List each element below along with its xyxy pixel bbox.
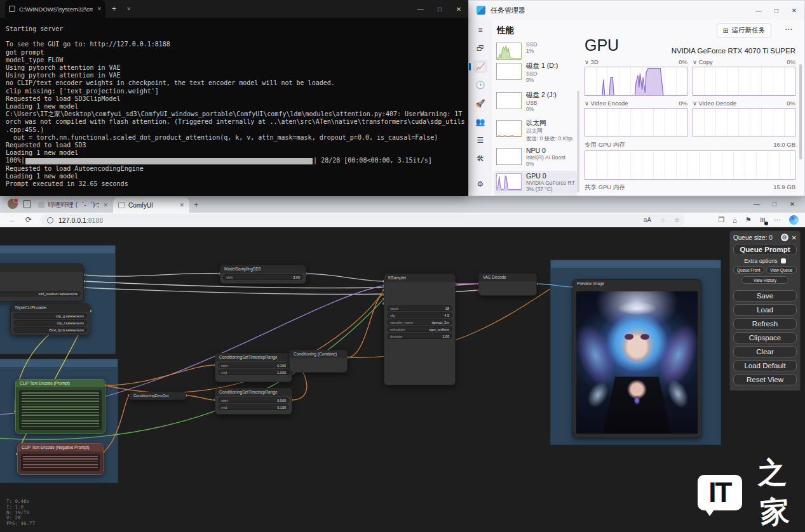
load-default-button[interactable]: Load Default xyxy=(733,360,797,371)
refresh-button[interactable]: Refresh xyxy=(733,318,797,329)
settings-gear-icon[interactable]: ⚙ xyxy=(473,178,487,190)
view-queue-button[interactable]: View Queue xyxy=(766,266,797,274)
clipspace-button[interactable]: Clipspace xyxy=(733,332,797,343)
menu-icon[interactable]: ≡ xyxy=(473,23,487,36)
split-screen-icon[interactable]: ❐ xyxy=(718,216,724,224)
tab-close-icon[interactable]: ✕ xyxy=(97,6,102,12)
widget-clip-name2[interactable]: clip_l.safetensors xyxy=(13,320,87,326)
load-button[interactable]: Load xyxy=(733,304,797,316)
users-icon[interactable]: 👥 xyxy=(473,116,487,128)
prompt-textarea[interactable] xyxy=(19,390,102,430)
view-history-button[interactable]: View History xyxy=(741,276,788,284)
widget-start[interactable]: start0.000 xyxy=(218,397,289,403)
console-output[interactable]: Starting server To see the GUI go to: ht… xyxy=(0,18,468,188)
browser-profile-avatar[interactable] xyxy=(8,199,18,209)
close-button[interactable]: ✕ xyxy=(783,196,801,213)
startup-apps-icon[interactable]: 🚀 xyxy=(473,97,487,110)
processes-icon[interactable]: 🗗 xyxy=(473,42,487,55)
workspaces-icon[interactable] xyxy=(23,200,31,208)
node-conditioning-zero-out[interactable]: ConditioningZeroOut xyxy=(129,392,186,400)
more-options-icon[interactable]: ⋯ xyxy=(785,25,793,34)
bookmark-star-icon[interactable]: ☆ xyxy=(674,216,680,223)
app-history-icon[interactable]: 🕒 xyxy=(473,79,487,91)
node-checkpoint-loader[interactable]: sd3_medium.safetensors xyxy=(0,263,84,302)
widget-ckpt-name[interactable]: sd3_medium.safetensors xyxy=(0,291,81,296)
collections-icon[interactable]: ⚑ xyxy=(745,216,752,224)
details-icon[interactable]: ☰ xyxy=(473,134,487,147)
translate-icon[interactable]: aA xyxy=(644,216,651,223)
services-icon[interactable]: 🛠 xyxy=(473,152,487,165)
widget-start[interactable]: start0.100 xyxy=(218,362,289,368)
chart-label[interactable]: ∨ Video Encode xyxy=(585,100,628,107)
taskmgr-titlebar[interactable]: 任务管理器 — □ ✕ xyxy=(469,1,804,20)
save-button[interactable]: Save xyxy=(733,290,797,302)
widget-sampler[interactable]: sampler_namedpmpp_2m xyxy=(387,319,452,325)
sidebar-item-disk2[interactable]: 磁盘 2 (J:) USB 0% xyxy=(494,90,577,117)
sidebar-item-ethernet[interactable]: 以太网 以太网 发送: 0 接收: 0 Kbp xyxy=(494,117,577,145)
taskmgr-scrollbar[interactable] xyxy=(799,64,802,159)
chart-label[interactable]: ∨ Video Decode xyxy=(693,100,736,107)
refresh-icon[interactable]: ⟳ xyxy=(25,215,32,224)
settings-gear-icon[interactable]: ⚙ xyxy=(781,234,788,241)
sidebar-item-npu0[interactable]: NPU 0 Intel(R) AI Boost 0% xyxy=(494,145,577,173)
menu-close-icon[interactable]: ✕ xyxy=(792,234,797,241)
node-triple-clip-loader[interactable]: TripleCLIPLoader clip_g.safetensors clip… xyxy=(10,303,90,335)
run-new-task-button[interactable]: ⊞ 运行新任务 xyxy=(717,23,771,37)
chart-label[interactable]: ∨ Copy xyxy=(693,58,713,65)
minimize-button[interactable]: — xyxy=(748,196,766,213)
tab-close-icon[interactable]: ✕ xyxy=(103,202,108,208)
widget-clip-name1[interactable]: clip_g.safetensors xyxy=(13,313,87,319)
widget-end[interactable]: end1.000 xyxy=(218,369,289,375)
node-preview-image[interactable]: Preview Image xyxy=(572,279,701,438)
minimize-button[interactable]: — xyxy=(750,1,768,20)
copilot-icon[interactable] xyxy=(789,215,799,225)
tab-bilibili[interactable]: 哔哩哔哩 (゜-゜)つロ 干杯~-bili ✕ xyxy=(33,197,113,213)
tab-comfyui[interactable]: ComfyUI ✕ xyxy=(113,197,189,213)
widget-steps[interactable]: steps28 xyxy=(387,305,452,311)
node-vae-decode[interactable]: VAE Decode xyxy=(478,273,537,296)
tab-close-icon[interactable]: ✕ xyxy=(179,202,184,208)
reset-view-button[interactable]: Reset View xyxy=(733,374,797,385)
maximize-button[interactable]: □ xyxy=(768,1,785,20)
node-clip-text-encode-negative[interactable]: CLIP Text Encode (Negative Prompt) xyxy=(17,443,104,475)
site-info-icon[interactable] xyxy=(47,217,53,223)
favorites-icon[interactable]: ⌂ xyxy=(733,216,737,224)
comfyui-canvas[interactable]: sd3_medium.safetensors TripleCLIPLoader … xyxy=(0,227,805,532)
node-ksampler[interactable]: KSampler steps28 cfg4.5 sampler_namedpmp… xyxy=(384,274,456,385)
widget-clip-name3[interactable]: t5xxl_fp16.safetensors xyxy=(13,327,87,333)
back-icon[interactable]: ← xyxy=(9,215,17,224)
queue-prompt-button[interactable]: Queue Prompt xyxy=(733,244,797,255)
close-button[interactable]: ✕ xyxy=(785,1,803,20)
cmd-tab[interactable]: C:\WINDOWS\system32\cmd... ✕ xyxy=(5,0,105,18)
more-menu-icon[interactable]: ⋯ xyxy=(774,216,781,224)
extra-options-checkbox[interactable] xyxy=(781,258,786,263)
negative-prompt-textarea[interactable] xyxy=(21,454,100,471)
widget-end[interactable]: end0.100 xyxy=(218,404,289,410)
extensions-icon[interactable]: ⊞ xyxy=(760,216,766,224)
new-tab-button[interactable]: + xyxy=(194,200,199,209)
minimize-button[interactable]: — xyxy=(411,0,430,18)
widget-scheduler[interactable]: schedulersgm_uniform xyxy=(387,326,452,332)
sidebar-item-disk0[interactable]: SSD 1% xyxy=(494,40,577,57)
address-bar[interactable]: 127.0.0.1:8188 aA ◌ ☆ xyxy=(41,214,685,226)
comfyui-menu-header[interactable]: Queue size: 0 ⚙ ✕ xyxy=(733,234,797,241)
node-model-sampling-sd3[interactable]: ModelSamplingSD3 shift3.00 xyxy=(220,265,306,284)
node-conditioning-set-timestep-range-1[interactable]: ConditioningSetTimestepRange start0.100 … xyxy=(215,353,292,382)
clear-button[interactable]: Clear xyxy=(733,346,797,357)
widget-shift[interactable]: shift3.00 xyxy=(223,274,303,280)
chart-label[interactable]: ∨ 3D xyxy=(585,58,599,65)
sidebar-item-disk1[interactable]: 磁盘 1 (D:) SSD 0% xyxy=(494,60,577,88)
new-tab-button[interactable]: + xyxy=(112,4,116,13)
sidebar-scrollbar[interactable] xyxy=(577,91,579,192)
queue-front-button[interactable]: Queue Front xyxy=(733,266,764,274)
performance-icon[interactable]: 📈 xyxy=(473,60,487,73)
widget-denoise[interactable]: denoise1.00 xyxy=(387,333,452,339)
maximize-button[interactable]: □ xyxy=(430,0,449,18)
reading-mode-icon[interactable]: ◌ xyxy=(661,216,665,223)
cmd-titlebar[interactable]: C:\WINDOWS\system32\cmd... ✕ + ˅ — □ ✕ xyxy=(0,0,468,18)
sidebar-item-gpu0[interactable]: GPU 0 NVIDIA GeForce RT 3% (37 °C) xyxy=(494,171,577,196)
node-conditioning-set-timestep-range-2[interactable]: ConditioningSetTimestepRange start0.000 … xyxy=(215,388,292,415)
widget-cfg[interactable]: cfg4.5 xyxy=(387,312,452,318)
node-clip-text-encode-positive[interactable]: CLIP Text Encode (Prompt) xyxy=(15,379,105,434)
maximize-button[interactable]: □ xyxy=(766,196,783,213)
